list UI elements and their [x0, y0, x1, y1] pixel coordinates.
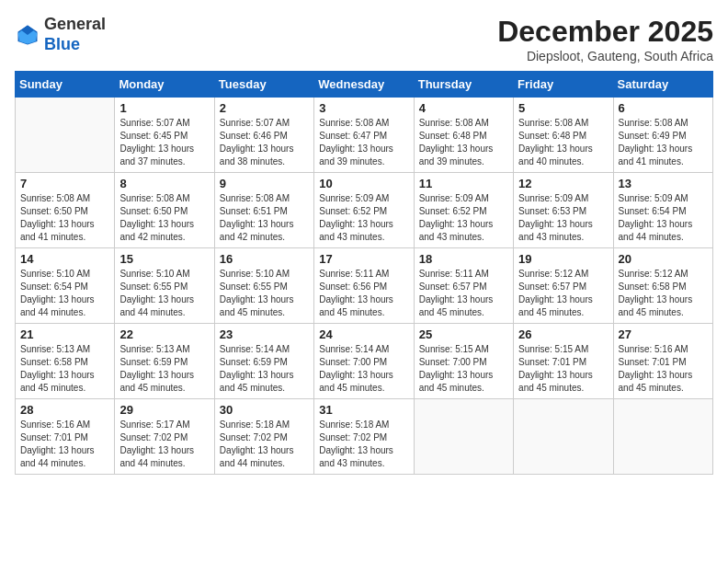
cell-details: Sunrise: 5:17 AM Sunset: 7:02 PM Dayligh… [119, 419, 209, 470]
cell-details: Sunrise: 5:12 AM Sunset: 6:57 PM Dayligh… [518, 268, 608, 319]
day-number: 18 [419, 252, 508, 266]
location-subtitle: Diepsloot, Gauteng, South Africa [497, 49, 713, 63]
calendar-table: SundayMondayTuesdayWednesdayThursdayFrid… [15, 71, 713, 475]
calendar-cell [16, 98, 115, 173]
day-number: 4 [419, 101, 508, 115]
day-number: 10 [319, 177, 408, 190]
day-number: 15 [119, 252, 209, 266]
cell-details: Sunrise: 5:09 AM Sunset: 6:52 PM Dayligh… [319, 192, 408, 244]
weekday-header: Friday [514, 72, 613, 98]
calendar-cell: 23Sunrise: 5:14 AM Sunset: 6:59 PM Dayli… [214, 324, 313, 399]
day-number: 19 [518, 252, 608, 266]
cell-details: Sunrise: 5:07 AM Sunset: 6:46 PM Dayligh… [220, 117, 309, 168]
day-number: 17 [319, 252, 408, 266]
calendar-cell: 7Sunrise: 5:08 AM Sunset: 6:50 PM Daylig… [16, 173, 115, 248]
weekday-header: Wednesday [314, 72, 414, 98]
day-number: 23 [220, 327, 309, 341]
day-number: 24 [319, 327, 408, 341]
cell-details: Sunrise: 5:09 AM Sunset: 6:54 PM Dayligh… [619, 192, 708, 244]
calendar-cell: 15Sunrise: 5:10 AM Sunset: 6:55 PM Dayli… [115, 248, 214, 324]
cell-details: Sunrise: 5:14 AM Sunset: 7:00 PM Dayligh… [319, 343, 408, 395]
day-number: 13 [619, 177, 708, 190]
day-number: 9 [220, 177, 309, 190]
calendar-cell: 22Sunrise: 5:13 AM Sunset: 6:59 PM Dayli… [115, 324, 214, 399]
cell-details: Sunrise: 5:13 AM Sunset: 6:59 PM Dayligh… [119, 343, 209, 395]
day-number: 8 [119, 177, 209, 190]
cell-details: Sunrise: 5:10 AM Sunset: 6:55 PM Dayligh… [119, 268, 209, 319]
day-number: 11 [419, 177, 508, 190]
day-number: 16 [220, 252, 309, 266]
weekday-header: Thursday [414, 72, 513, 98]
calendar-cell: 27Sunrise: 5:16 AM Sunset: 7:01 PM Dayli… [613, 324, 712, 399]
calendar-week-row: 1Sunrise: 5:07 AM Sunset: 6:45 PM Daylig… [16, 98, 713, 173]
calendar-cell [514, 399, 613, 475]
cell-details: Sunrise: 5:08 AM Sunset: 6:47 PM Dayligh… [319, 117, 408, 168]
calendar-cell: 8Sunrise: 5:08 AM Sunset: 6:50 PM Daylig… [115, 173, 214, 248]
calendar-cell: 6Sunrise: 5:08 AM Sunset: 6:49 PM Daylig… [613, 98, 712, 173]
calendar-week-row: 28Sunrise: 5:16 AM Sunset: 7:01 PM Dayli… [16, 399, 713, 475]
cell-details: Sunrise: 5:12 AM Sunset: 6:58 PM Dayligh… [619, 268, 708, 319]
cell-details: Sunrise: 5:07 AM Sunset: 6:45 PM Dayligh… [119, 117, 209, 168]
day-number: 3 [319, 101, 408, 115]
cell-details: Sunrise: 5:10 AM Sunset: 6:55 PM Dayligh… [220, 268, 309, 319]
calendar-cell: 10Sunrise: 5:09 AM Sunset: 6:52 PM Dayli… [314, 173, 414, 248]
cell-details: Sunrise: 5:11 AM Sunset: 6:56 PM Dayligh… [319, 268, 408, 319]
weekday-header: Saturday [613, 72, 712, 98]
day-number: 31 [319, 403, 408, 417]
calendar-cell: 17Sunrise: 5:11 AM Sunset: 6:56 PM Dayli… [314, 248, 414, 324]
calendar-cell: 16Sunrise: 5:10 AM Sunset: 6:55 PM Dayli… [214, 248, 313, 324]
day-number: 2 [220, 101, 309, 115]
calendar-cell: 20Sunrise: 5:12 AM Sunset: 6:58 PM Dayli… [613, 248, 712, 324]
cell-details: Sunrise: 5:16 AM Sunset: 7:01 PM Dayligh… [20, 419, 109, 470]
calendar-cell: 18Sunrise: 5:11 AM Sunset: 6:57 PM Dayli… [414, 248, 513, 324]
calendar-cell: 31Sunrise: 5:18 AM Sunset: 7:02 PM Dayli… [314, 399, 414, 475]
weekday-header: Sunday [16, 72, 115, 98]
cell-details: Sunrise: 5:14 AM Sunset: 6:59 PM Dayligh… [220, 343, 309, 395]
logo-text: General Blue [44, 15, 106, 54]
cell-details: Sunrise: 5:11 AM Sunset: 6:57 PM Dayligh… [419, 268, 508, 319]
calendar-cell: 2Sunrise: 5:07 AM Sunset: 6:46 PM Daylig… [214, 98, 313, 173]
logo-icon [15, 22, 40, 48]
day-number: 29 [119, 403, 209, 417]
calendar-header-row: SundayMondayTuesdayWednesdayThursdayFrid… [16, 72, 713, 98]
day-number: 26 [518, 327, 608, 341]
calendar-cell: 14Sunrise: 5:10 AM Sunset: 6:54 PM Dayli… [16, 248, 115, 324]
cell-details: Sunrise: 5:08 AM Sunset: 6:48 PM Dayligh… [518, 117, 608, 168]
calendar-cell: 3Sunrise: 5:08 AM Sunset: 6:47 PM Daylig… [314, 98, 414, 173]
calendar-cell: 25Sunrise: 5:15 AM Sunset: 7:00 PM Dayli… [414, 324, 513, 399]
calendar-cell [613, 399, 712, 475]
day-number: 25 [419, 327, 508, 341]
day-number: 12 [518, 177, 608, 190]
cell-details: Sunrise: 5:09 AM Sunset: 6:53 PM Dayligh… [518, 192, 608, 244]
cell-details: Sunrise: 5:09 AM Sunset: 6:52 PM Dayligh… [419, 192, 508, 244]
title-block: December 2025 Diepsloot, Gauteng, South … [497, 15, 713, 63]
cell-details: Sunrise: 5:18 AM Sunset: 7:02 PM Dayligh… [220, 419, 309, 470]
cell-details: Sunrise: 5:13 AM Sunset: 6:58 PM Dayligh… [20, 343, 109, 395]
day-number: 27 [619, 327, 708, 341]
calendar-cell: 21Sunrise: 5:13 AM Sunset: 6:58 PM Dayli… [16, 324, 115, 399]
calendar-cell [414, 399, 513, 475]
weekday-header: Monday [115, 72, 214, 98]
calendar-week-row: 21Sunrise: 5:13 AM Sunset: 6:58 PM Dayli… [16, 324, 713, 399]
cell-details: Sunrise: 5:08 AM Sunset: 6:48 PM Dayligh… [419, 117, 508, 168]
calendar-cell: 9Sunrise: 5:08 AM Sunset: 6:51 PM Daylig… [214, 173, 313, 248]
calendar-cell: 30Sunrise: 5:18 AM Sunset: 7:02 PM Dayli… [214, 399, 313, 475]
calendar-cell: 13Sunrise: 5:09 AM Sunset: 6:54 PM Dayli… [613, 173, 712, 248]
calendar-cell: 19Sunrise: 5:12 AM Sunset: 6:57 PM Dayli… [514, 248, 613, 324]
cell-details: Sunrise: 5:08 AM Sunset: 6:51 PM Dayligh… [220, 192, 309, 244]
calendar-cell: 24Sunrise: 5:14 AM Sunset: 7:00 PM Dayli… [314, 324, 414, 399]
calendar-cell: 5Sunrise: 5:08 AM Sunset: 6:48 PM Daylig… [514, 98, 613, 173]
logo-blue: Blue [44, 35, 106, 55]
calendar-cell: 28Sunrise: 5:16 AM Sunset: 7:01 PM Dayli… [16, 399, 115, 475]
day-number: 20 [619, 252, 708, 266]
calendar-cell: 26Sunrise: 5:15 AM Sunset: 7:01 PM Dayli… [514, 324, 613, 399]
logo: General Blue [15, 15, 106, 54]
calendar-cell: 1Sunrise: 5:07 AM Sunset: 6:45 PM Daylig… [115, 98, 214, 173]
calendar-week-row: 14Sunrise: 5:10 AM Sunset: 6:54 PM Dayli… [16, 248, 713, 324]
calendar-cell: 12Sunrise: 5:09 AM Sunset: 6:53 PM Dayli… [514, 173, 613, 248]
cell-details: Sunrise: 5:10 AM Sunset: 6:54 PM Dayligh… [20, 268, 109, 319]
cell-details: Sunrise: 5:16 AM Sunset: 7:01 PM Dayligh… [619, 343, 708, 395]
cell-details: Sunrise: 5:15 AM Sunset: 7:00 PM Dayligh… [419, 343, 508, 395]
day-number: 1 [119, 101, 209, 115]
calendar-cell: 29Sunrise: 5:17 AM Sunset: 7:02 PM Dayli… [115, 399, 214, 475]
